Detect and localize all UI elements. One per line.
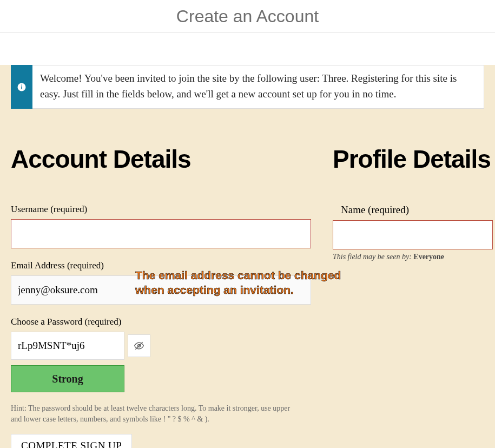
password-label: Choose a Password (required) xyxy=(11,317,311,327)
eye-slash-icon xyxy=(134,340,144,351)
password-input[interactable] xyxy=(11,332,124,360)
password-hint: Hint: The password should be at least tw… xyxy=(11,403,301,424)
name-label: Name (required) xyxy=(341,204,493,216)
name-input[interactable] xyxy=(333,220,493,249)
svg-rect-1 xyxy=(21,86,22,89)
welcome-info-text: Welcome! You've been invited to join the… xyxy=(32,65,484,109)
visibility-value: Everyone xyxy=(413,253,444,261)
svg-rect-2 xyxy=(21,84,22,85)
annotation-overlay: The email address cannot be changed when… xyxy=(135,268,341,298)
password-strength-indicator: Strong xyxy=(11,365,124,392)
username-input[interactable] xyxy=(11,219,311,248)
profile-details-heading: Profile Details xyxy=(333,147,493,172)
complete-signup-button[interactable]: COMPLETE SIGN UP xyxy=(11,434,132,448)
visibility-note: This field may be seen by: Everyone xyxy=(333,253,493,261)
info-icon xyxy=(11,65,32,109)
password-visibility-toggle[interactable] xyxy=(128,334,150,357)
welcome-info-box: Welcome! You've been invited to join the… xyxy=(11,65,484,109)
account-details-heading: Account Details xyxy=(11,147,311,172)
annotation-line1: The email address cannot be changed xyxy=(135,268,341,282)
visibility-prefix: This field may be seen by: xyxy=(333,253,413,261)
page-title: Create an Account xyxy=(0,0,495,32)
annotation-line2: when accepting an invitation. xyxy=(135,282,341,297)
username-label: Username (required) xyxy=(11,204,311,215)
